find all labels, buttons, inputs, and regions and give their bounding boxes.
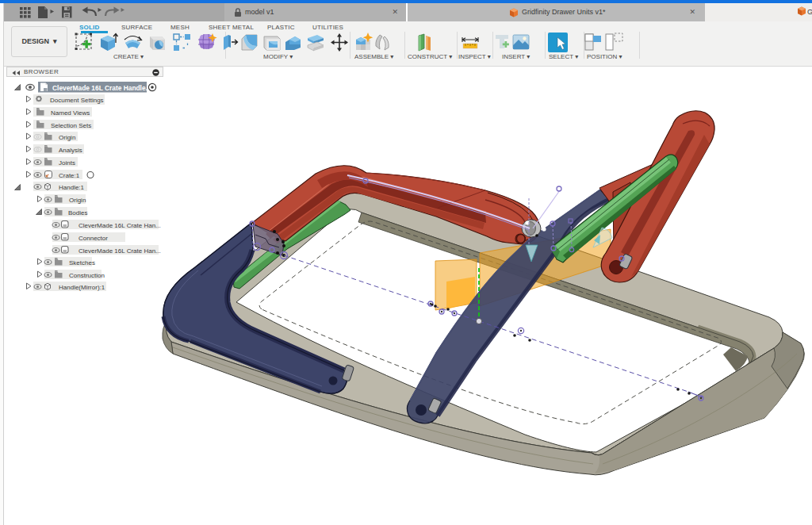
svg-text:Origin: Origin xyxy=(69,197,86,204)
svg-text:Handle(Mirror):1: Handle(Mirror):1 xyxy=(59,284,105,291)
svg-text:Origin: Origin xyxy=(59,134,75,141)
svg-text:Named Views: Named Views xyxy=(51,109,90,117)
svg-text:CleverMade 16L Crate Han...: CleverMade 16L Crate Han... xyxy=(79,222,161,229)
svg-text:Selection Sets: Selection Sets xyxy=(51,122,91,129)
svg-text:CleverMade 16L Crate Handle...: CleverMade 16L Crate Handle... xyxy=(52,84,151,92)
svg-text:Bodies: Bodies xyxy=(68,209,87,217)
svg-text:Crate:1: Crate:1 xyxy=(59,172,80,179)
svg-text:Handle:1: Handle:1 xyxy=(59,184,85,191)
svg-text:Construction: Construction xyxy=(69,272,105,279)
svg-text:Connector: Connector xyxy=(79,235,108,242)
svg-text:Joints: Joints xyxy=(59,159,75,167)
svg-text:Sketches: Sketches xyxy=(69,259,95,266)
svg-text:G: G xyxy=(807,8,812,16)
svg-text:Analysis: Analysis xyxy=(59,147,82,154)
svg-text:CleverMade 16L Crate Han...: CleverMade 16L Crate Han... xyxy=(79,247,161,255)
svg-text:Document Settings: Document Settings xyxy=(50,97,104,104)
